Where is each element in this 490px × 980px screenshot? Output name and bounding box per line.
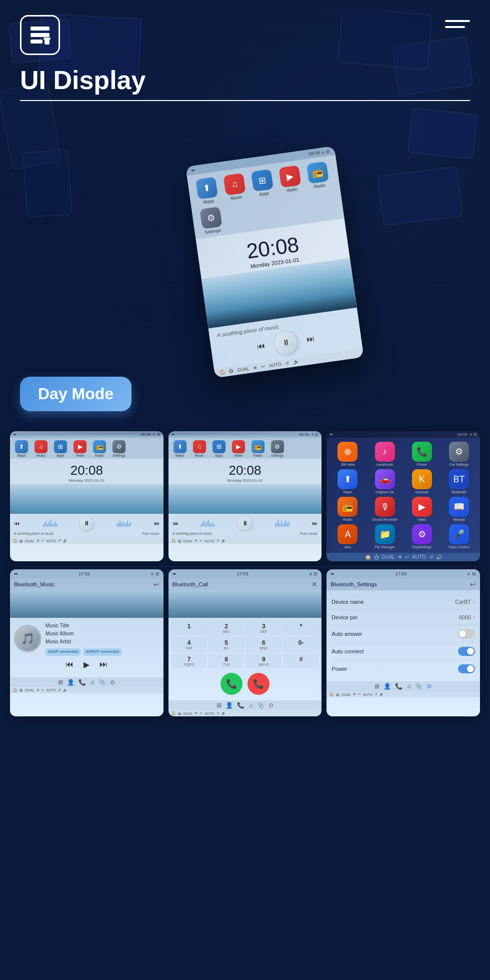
- dial-6[interactable]: 6MNO: [246, 637, 282, 652]
- bt-call-back[interactable]: ⬅: [172, 571, 176, 576]
- dial-5[interactable]: 5JKL: [208, 637, 244, 652]
- agc-ref[interactable]: ↺: [429, 554, 433, 560]
- hero-play-pause-button[interactable]: ⏸: [274, 330, 298, 355]
- bts-auto-connect-toggle[interactable]: [458, 647, 475, 656]
- phone-app-vedio[interactable]: ▶ Vedio: [276, 165, 304, 194]
- agc-power[interactable]: ⏻: [374, 554, 379, 560]
- card-nav-radio[interactable]: 📻Radio: [90, 440, 108, 457]
- agc-kuwood[interactable]: K Kuwood: [405, 469, 439, 494]
- dial-8[interactable]: 8TUV: [208, 654, 244, 668]
- bt-music-next[interactable]: ⏭: [100, 660, 108, 669]
- agc-link[interactable]: ↩: [405, 554, 409, 560]
- dial-4[interactable]: 4GHI: [172, 637, 207, 652]
- bt-settings-close[interactable]: ↩: [470, 580, 476, 588]
- card-1-2-prev[interactable]: ⏮: [172, 520, 178, 526]
- cb-snow[interactable]: ❄: [36, 539, 40, 543]
- agc-radio2[interactable]: 📻 Radio: [330, 497, 364, 521]
- bt-music-play[interactable]: ▶: [84, 660, 90, 669]
- card-nav-apps[interactable]: ⊞Apps: [52, 440, 70, 457]
- phone-app-music[interactable]: ♫ Music: [221, 173, 248, 202]
- card-nav-vedio[interactable]: ▶Vedio: [71, 440, 89, 457]
- btm-tab3[interactable]: 📞: [78, 679, 86, 686]
- dial-7[interactable]: 7PQRS: [172, 654, 207, 668]
- cb2-home[interactable]: 🏠: [172, 539, 176, 543]
- card2-nav-maps[interactable]: ⬆Maps: [171, 440, 189, 457]
- card2-nav-settings[interactable]: ⚙Settings: [268, 440, 286, 457]
- btc-tab5[interactable]: 📎: [257, 702, 264, 709]
- btm-home[interactable]: 🏠: [13, 688, 18, 692]
- agc-phone[interactable]: 📞 Phone: [405, 442, 439, 466]
- btc-tab4[interactable]: ♫: [248, 702, 253, 709]
- btm-tab5[interactable]: 📎: [98, 679, 106, 686]
- btc-vol[interactable]: 🔊: [222, 711, 226, 715]
- phone-app-apps[interactable]: ⊞ Apps: [249, 169, 276, 198]
- btc-snow[interactable]: ❄: [194, 711, 198, 715]
- bts-auto-answer-toggle[interactable]: [458, 629, 475, 638]
- agc-vol[interactable]: 🔊: [436, 554, 442, 560]
- cb-vol[interactable]: 🔊: [63, 539, 68, 543]
- agc-video[interactable]: ▶ Video: [405, 497, 439, 521]
- bts-tab6[interactable]: ⚙: [426, 683, 432, 690]
- dial-call-button[interactable]: 📞: [220, 673, 242, 695]
- phone-app-settings[interactable]: ⚙ Settings: [198, 206, 225, 235]
- agc-snow[interactable]: ❄: [398, 554, 402, 560]
- dial-star[interactable]: *: [284, 621, 319, 635]
- btm-tab2[interactable]: 👤: [67, 679, 74, 686]
- agc-360view[interactable]: ⊕ 360 view: [330, 442, 364, 466]
- dial-hangup-button[interactable]: 📞: [248, 673, 270, 695]
- agc-soundrec[interactable]: 🎙 Sound Recorder: [368, 497, 402, 521]
- agc-maps2[interactable]: ⬆ Maps: [330, 469, 364, 494]
- dial-1[interactable]: 1: [172, 621, 207, 635]
- dial-3[interactable]: 3DEF: [246, 621, 282, 635]
- btm-vol[interactable]: 🔊: [63, 688, 68, 692]
- bts-power-toggle[interactable]: [458, 664, 475, 673]
- btm-power[interactable]: ⏻: [20, 688, 23, 692]
- phone-app-radio[interactable]: 📻 Radio: [304, 161, 332, 190]
- btc-tab2[interactable]: 👤: [226, 702, 233, 709]
- cb2-vol[interactable]: 🔊: [222, 539, 226, 543]
- agc-voicectrl[interactable]: 🎤 Voice Control: [442, 524, 476, 549]
- dial-2[interactable]: 2ABC: [208, 621, 244, 635]
- agc-manual[interactable]: 📖 Manual: [442, 497, 476, 521]
- hero-prev-button[interactable]: ⏮: [256, 341, 266, 351]
- bts-vol[interactable]: 🔊: [380, 692, 384, 696]
- btm-tab6[interactable]: ⊙: [110, 679, 115, 686]
- hero-next-button[interactable]: ⏭: [306, 334, 315, 344]
- cb-power[interactable]: ⏻: [20, 539, 23, 543]
- dial-hash[interactable]: #: [284, 654, 319, 668]
- card-nav-music[interactable]: ♫Music: [32, 440, 50, 457]
- agc-bluetooth[interactable]: BT Bluetooth: [442, 469, 476, 494]
- btm-link[interactable]: ↩: [42, 688, 44, 692]
- agc-home[interactable]: 🏠: [365, 554, 371, 560]
- btm-tab1[interactable]: ⊞: [58, 679, 63, 686]
- dial-9[interactable]: 9WXYZ: [246, 654, 282, 668]
- cb2-link[interactable]: ↩: [200, 539, 202, 543]
- bts-tab5[interactable]: 📎: [415, 683, 422, 690]
- btc-tab6[interactable]: ⊙: [268, 702, 274, 709]
- card2-nav-apps[interactable]: ⊞Apps: [210, 440, 228, 457]
- card-1-1-play[interactable]: ⏸: [80, 516, 94, 530]
- bts-tab1[interactable]: ⊞: [374, 683, 380, 690]
- bts-snow[interactable]: ❄: [353, 692, 356, 696]
- btm-snow[interactable]: ❄: [36, 688, 40, 692]
- btc-ref[interactable]: ↺: [216, 711, 220, 715]
- cb-link[interactable]: ↩: [42, 539, 44, 543]
- bts-tab3[interactable]: 📞: [395, 683, 402, 690]
- cb-refresh[interactable]: ↺: [58, 539, 61, 543]
- bts-power[interactable]: ⏻: [336, 693, 340, 696]
- card-nav-maps[interactable]: ⬆Maps: [12, 440, 30, 457]
- card-nav-settings[interactable]: ⚙Settings: [110, 440, 128, 457]
- agc-localmusic[interactable]: ♪ Localmusic: [368, 442, 402, 466]
- card-1-1-next[interactable]: ⏭: [154, 520, 160, 526]
- cb2-snow[interactable]: ❄: [194, 539, 198, 543]
- card-1-1-prev[interactable]: ⏮: [14, 520, 20, 526]
- btc-link[interactable]: ↩: [200, 711, 202, 715]
- bts-link[interactable]: ↩: [358, 692, 361, 696]
- agc-origcar[interactable]: 🚗 Original Car: [368, 469, 402, 494]
- bts-device-pin-chevron[interactable]: ›: [473, 614, 475, 621]
- bt-music-prev[interactable]: ⏮: [66, 660, 74, 669]
- dial-0[interactable]: 0-: [284, 637, 319, 652]
- cb-home[interactable]: 🏠: [13, 539, 18, 543]
- cb2-refresh[interactable]: ↺: [216, 539, 220, 543]
- menu-button[interactable]: [445, 20, 470, 28]
